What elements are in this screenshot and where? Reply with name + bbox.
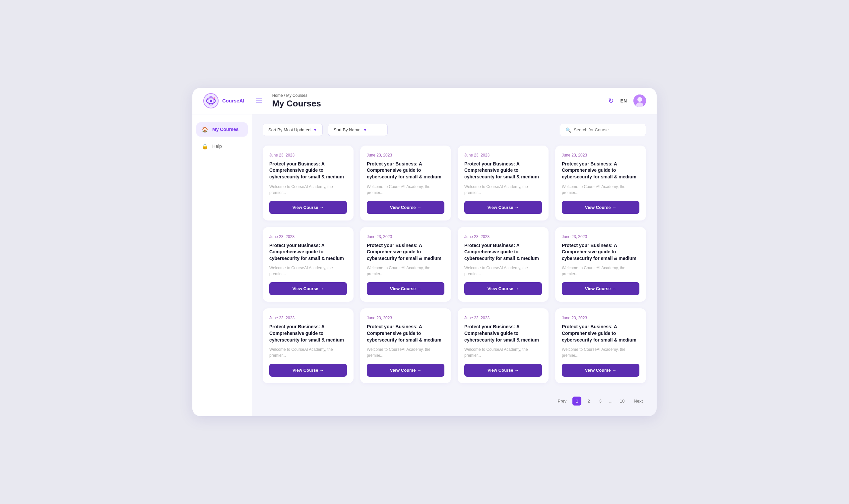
course-description: Welcome to CourseAI Academy, the premier… — [562, 184, 639, 196]
page-button-10[interactable]: 10 — [616, 397, 628, 406]
header-center: Home / My Courses My Courses — [264, 93, 608, 109]
home-icon: 🏠 — [202, 126, 208, 133]
course-description: Welcome to CourseAI Academy, the premier… — [562, 346, 639, 358]
course-date: June 23, 2023 — [562, 234, 639, 239]
page-dots: ... — [608, 399, 614, 403]
view-course-button[interactable]: View Course → — [562, 282, 639, 295]
view-course-button[interactable]: View Course → — [464, 282, 542, 295]
view-course-button[interactable]: View Course → — [367, 201, 445, 214]
course-title: Protect your Business: A Comprehensive g… — [367, 324, 445, 343]
course-card: June 23, 2023 Protect your Business: A C… — [458, 227, 548, 302]
course-date: June 23, 2023 — [269, 234, 347, 239]
view-course-button[interactable]: View Course → — [269, 364, 347, 377]
course-title: Protect your Business: A Comprehensive g… — [367, 242, 445, 262]
main-content: Sort By Most Updated ▼ Sort By Name ▼ 🔍 … — [252, 114, 657, 416]
search-input[interactable] — [574, 127, 640, 132]
course-description: Welcome to CourseAI Academy, the premier… — [464, 265, 542, 277]
course-description: Welcome to CourseAI Academy, the premier… — [269, 265, 347, 277]
course-title: Protect your Business: A Comprehensive g… — [562, 242, 639, 262]
sidebar-item-label-my-courses: My Courses — [212, 127, 238, 132]
course-title: Protect your Business: A Comprehensive g… — [562, 161, 639, 180]
svg-point-3 — [210, 100, 212, 102]
course-description: Welcome to CourseAI Academy, the premier… — [464, 346, 542, 358]
app-name: CourseAI — [222, 98, 245, 104]
breadcrumb-home: Home — [272, 93, 283, 98]
search-icon: 🔍 — [565, 127, 571, 133]
avatar-image — [633, 94, 646, 107]
sort-updated-label: Sort By Most Updated — [268, 127, 310, 132]
hamburger-button[interactable] — [254, 96, 264, 105]
course-description: Welcome to CourseAI Academy, the premier… — [367, 346, 445, 358]
course-date: June 23, 2023 — [367, 316, 445, 320]
view-course-button[interactable]: View Course → — [367, 364, 445, 377]
app-header: CourseAI Home / My Courses My Courses ↻ … — [192, 88, 657, 114]
course-card: June 23, 2023 Protect your Business: A C… — [555, 146, 646, 220]
course-date: June 23, 2023 — [464, 316, 542, 320]
course-date: June 23, 2023 — [269, 153, 347, 158]
next-button[interactable]: Next — [630, 397, 646, 406]
filters-row: Sort By Most Updated ▼ Sort By Name ▼ 🔍 — [263, 124, 646, 136]
course-description: Welcome to CourseAI Academy, the premier… — [562, 265, 639, 277]
breadcrumb-sep: / — [284, 93, 286, 98]
view-course-button[interactable]: View Course → — [269, 282, 347, 295]
course-date: June 23, 2023 — [562, 316, 639, 320]
breadcrumb-current: My Courses — [286, 93, 307, 98]
view-course-button[interactable]: View Course → — [562, 364, 639, 377]
course-title: Protect your Business: A Comprehensive g… — [269, 161, 347, 180]
course-card: June 23, 2023 Protect your Business: A C… — [263, 308, 354, 383]
svg-point-6 — [637, 97, 642, 102]
prev-button[interactable]: Prev — [555, 397, 570, 406]
header-right: ↻ EN — [608, 94, 646, 107]
course-title: Protect your Business: A Comprehensive g… — [464, 324, 542, 343]
course-date: June 23, 2023 — [367, 234, 445, 239]
logo-icon — [203, 93, 219, 109]
sort-name-dropdown[interactable]: Sort By Name ▼ — [328, 124, 388, 136]
view-course-button[interactable]: View Course → — [367, 282, 445, 295]
course-card: June 23, 2023 Protect your Business: A C… — [360, 227, 451, 302]
view-course-button[interactable]: View Course → — [269, 201, 347, 214]
course-date: June 23, 2023 — [464, 153, 542, 158]
logo-area: CourseAI — [203, 93, 245, 109]
page-button-1[interactable]: 1 — [573, 397, 581, 406]
course-date: June 23, 2023 — [269, 316, 347, 320]
chevron-down-icon-2: ▼ — [363, 128, 367, 132]
chevron-down-icon: ▼ — [313, 128, 317, 132]
view-course-button[interactable]: View Course → — [464, 201, 542, 214]
course-card: June 23, 2023 Protect your Business: A C… — [458, 146, 548, 220]
avatar[interactable] — [633, 94, 646, 107]
course-title: Protect your Business: A Comprehensive g… — [269, 242, 347, 262]
course-title: Protect your Business: A Comprehensive g… — [464, 242, 542, 262]
page-button-2[interactable]: 2 — [584, 397, 593, 406]
course-title: Protect your Business: A Comprehensive g… — [269, 324, 347, 343]
course-description: Welcome to CourseAI Academy, the premier… — [464, 184, 542, 196]
sidebar-item-help[interactable]: 🔒 Help — [196, 139, 248, 154]
view-course-button[interactable]: View Course → — [562, 201, 639, 214]
course-card: June 23, 2023 Protect your Business: A C… — [263, 227, 354, 302]
course-date: June 23, 2023 — [562, 153, 639, 158]
page-title: My Courses — [272, 98, 608, 109]
language-button[interactable]: EN — [620, 98, 627, 104]
sort-updated-dropdown[interactable]: Sort By Most Updated ▼ — [263, 124, 323, 136]
course-title: Protect your Business: A Comprehensive g… — [464, 161, 542, 180]
course-description: Welcome to CourseAI Academy, the premier… — [367, 184, 445, 196]
refresh-button[interactable]: ↻ — [608, 97, 614, 105]
sidebar-item-label-help: Help — [212, 144, 222, 149]
search-box[interactable]: 🔍 — [560, 124, 646, 136]
course-description: Welcome to CourseAI Academy, the premier… — [269, 346, 347, 358]
view-course-button[interactable]: View Course → — [464, 364, 542, 377]
page-button-3[interactable]: 3 — [596, 397, 605, 406]
course-description: Welcome to CourseAI Academy, the premier… — [367, 265, 445, 277]
course-title: Protect your Business: A Comprehensive g… — [562, 324, 639, 343]
sort-name-label: Sort By Name — [333, 127, 361, 132]
sidebar: 🏠 My Courses 🔒 Help — [192, 114, 252, 416]
svg-point-4 — [214, 97, 215, 99]
course-card: June 23, 2023 Protect your Business: A C… — [263, 146, 354, 220]
course-card: June 23, 2023 Protect your Business: A C… — [360, 308, 451, 383]
course-card: June 23, 2023 Protect your Business: A C… — [555, 308, 646, 383]
lock-icon: 🔒 — [202, 143, 208, 149]
sidebar-item-my-courses[interactable]: 🏠 My Courses — [196, 122, 248, 137]
course-card: June 23, 2023 Protect your Business: A C… — [458, 308, 548, 383]
course-title: Protect your Business: A Comprehensive g… — [367, 161, 445, 180]
body-layout: 🏠 My Courses 🔒 Help Sort By Most Updated… — [192, 114, 657, 416]
course-description: Welcome to CourseAI Academy, the premier… — [269, 184, 347, 196]
